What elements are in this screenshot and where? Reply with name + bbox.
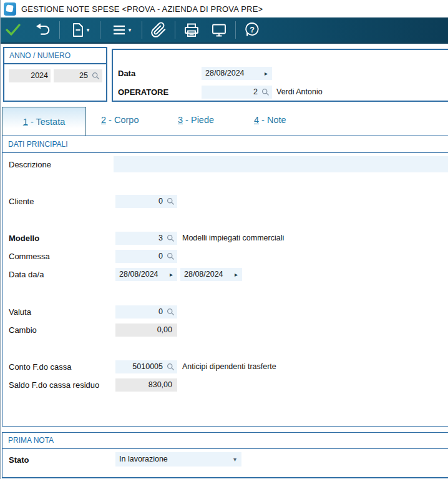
date-picker-arrow-icon[interactable]: ▸ xyxy=(265,67,272,80)
app-logo-icon xyxy=(4,2,16,16)
conto-fdo-cassa-description: Anticipi dipendenti trasferte xyxy=(182,360,276,373)
svg-text:?: ? xyxy=(250,26,255,34)
anno-field[interactable]: 2024 xyxy=(9,69,51,82)
monitor-icon xyxy=(210,22,228,39)
confirm-button[interactable] xyxy=(1,19,26,41)
tab-piede[interactable]: 3 - Piede xyxy=(178,115,214,125)
modello-field[interactable]: 3 xyxy=(115,232,177,245)
tab-strip: 1 - Testata 2 - Corpo 3 - Piede 4 - Note xyxy=(1,106,448,136)
valuta-field[interactable]: 0 xyxy=(115,305,177,319)
date-picker-arrow-icon[interactable]: ▸ xyxy=(235,268,242,281)
cambio-label: Cambio xyxy=(9,323,37,337)
prima-nota-panel: PRIMA NOTA Stato In lavorazione ▾ xyxy=(2,432,448,478)
search-icon[interactable] xyxy=(167,363,175,371)
search-icon[interactable] xyxy=(92,72,100,80)
list-menu-icon xyxy=(111,22,127,37)
date-picker-arrow-icon[interactable]: ▸ xyxy=(170,268,177,281)
conto-fdo-cassa-field[interactable]: 5010005 xyxy=(115,360,177,373)
attachment-icon xyxy=(150,22,167,38)
descrizione-field[interactable] xyxy=(114,156,448,172)
operatore-field[interactable]: 2 xyxy=(202,86,272,99)
chevron-down-icon[interactable]: ▾ xyxy=(233,453,241,466)
commessa-field[interactable]: 0 xyxy=(115,250,177,263)
valuta-label: Valuta xyxy=(9,305,31,319)
saldo-fdo-cassa-field: 830,00 xyxy=(115,378,177,392)
title-bar: GESTIONE NOTE SPESE <PROVA - AZIENDA DI … xyxy=(1,0,448,17)
tab-note[interactable]: 4 - Note xyxy=(254,115,286,125)
conto-fdo-cassa-label: Conto F.do cassa xyxy=(9,360,71,373)
toolbar-separator xyxy=(100,21,100,39)
monitor-button[interactable] xyxy=(207,19,231,41)
document-menu-button[interactable]: ▾ xyxy=(64,19,96,41)
search-icon[interactable] xyxy=(261,88,270,96)
anno-numero-group: ANNO / NUMERO 2024 25 xyxy=(3,47,107,102)
data-a-field[interactable]: 28/08/2024 ▸ xyxy=(180,268,242,281)
print-button[interactable] xyxy=(179,19,204,41)
data-field[interactable]: 28/08/2024 ▸ xyxy=(202,67,272,80)
chevron-down-icon: ▾ xyxy=(129,27,132,33)
attachment-button[interactable] xyxy=(146,19,171,41)
saldo-fdo-cassa-label: Saldo F.do cassa residuo xyxy=(9,378,99,392)
numero-field[interactable]: 25 xyxy=(54,69,102,82)
toolbar-separator xyxy=(142,21,142,39)
stato-label: Stato xyxy=(9,453,29,467)
print-icon xyxy=(183,22,200,39)
search-icon[interactable] xyxy=(167,197,175,205)
list-menu-button[interactable]: ▾ xyxy=(104,19,138,41)
search-icon[interactable] xyxy=(167,234,175,242)
dati-principali-panel: DATI PRINCIPALI Descrizione Cliente 0 Mo… xyxy=(2,136,448,427)
prima-nota-title: PRIMA NOTA xyxy=(2,433,448,449)
modello-description: Modelli impiegati commerciali xyxy=(182,232,284,245)
data-da-a-label: Data da/a xyxy=(9,268,44,281)
commessa-label: Commessa xyxy=(9,250,50,263)
toolbar-separator xyxy=(235,21,236,39)
application-window: GESTIONE NOTE SPESE <PROVA - AZIENDA DI … xyxy=(0,0,448,479)
data-label: Data xyxy=(118,67,135,80)
cliente-field[interactable]: 0 xyxy=(115,195,177,208)
modello-label: Modello xyxy=(9,232,39,245)
confirm-check-icon xyxy=(4,21,22,39)
dati-principali-title: DATI PRINCIPALI xyxy=(2,136,448,153)
cambio-field: 0,00 xyxy=(115,323,177,337)
window-title: GESTIONE NOTE SPESE <PROVA - AZIENDA DI … xyxy=(21,4,263,14)
chevron-down-icon: ▾ xyxy=(87,27,90,33)
help-button[interactable]: ? xyxy=(240,19,265,41)
anno-numero-title: ANNO / NUMERO xyxy=(4,48,106,64)
toolbar-separator xyxy=(59,21,60,39)
main-toolbar: ▾ ▾ xyxy=(1,17,448,44)
undo-icon xyxy=(34,22,52,38)
operatore-label: OPERATORE xyxy=(118,86,168,99)
data-da-field[interactable]: 28/08/2024 ▸ xyxy=(115,268,177,281)
document-menu-icon xyxy=(71,22,85,38)
tab-corpo[interactable]: 2 - Corpo xyxy=(101,115,139,125)
undo-button[interactable] xyxy=(31,19,56,41)
document-header-group: Data 28/08/2024 ▸ OPERATORE 2 Verdi Anto… xyxy=(112,49,448,102)
help-icon: ? xyxy=(243,21,261,39)
toolbar-separator xyxy=(175,21,175,39)
stato-dropdown[interactable]: In lavorazione ▾ xyxy=(115,452,241,467)
tab-testata[interactable]: 1 - Testata xyxy=(2,107,86,136)
operatore-name: Verdi Antonio xyxy=(276,86,323,99)
descrizione-label: Descrizione xyxy=(9,158,51,171)
search-icon[interactable] xyxy=(167,252,175,260)
cliente-label: Cliente xyxy=(9,195,34,208)
search-icon[interactable] xyxy=(167,308,175,316)
